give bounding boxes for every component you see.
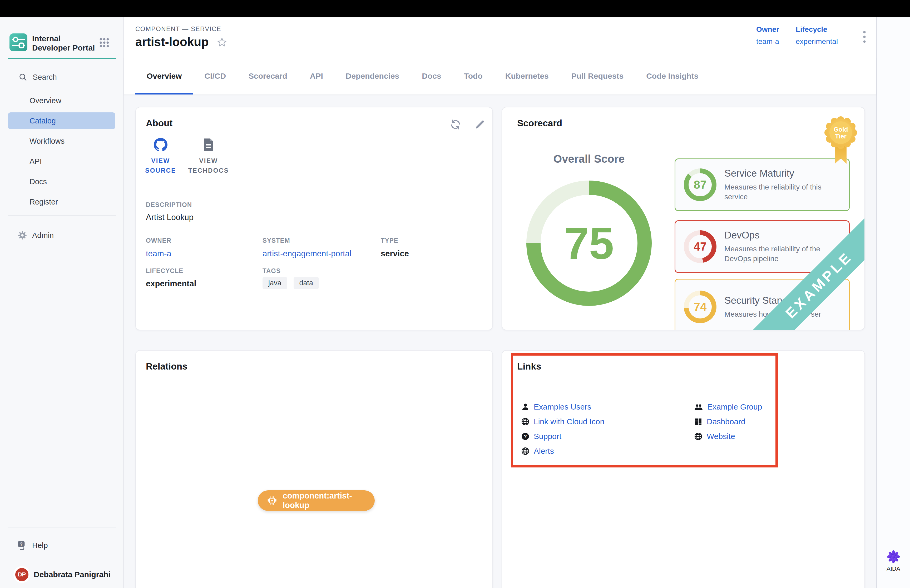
type-field-label: TYPE (381, 237, 398, 244)
view-source-link[interactable]: VIEW SOURCE (139, 138, 182, 175)
sidebar-divider-accent (8, 58, 116, 59)
metric-service-maturity[interactable]: 87 Service Maturity Measures the reliabi… (675, 158, 850, 211)
tag-chip[interactable]: data (294, 277, 319, 289)
sidebar-item-admin[interactable]: Admin (18, 229, 54, 241)
document-icon (202, 138, 215, 152)
page-title: artist-lookup (135, 35, 209, 49)
entity-header: COMPONENT — SERVICE artist-lookup Owner … (124, 17, 876, 58)
owner-meta[interactable]: Owner team-a (756, 25, 779, 46)
view-source-line1: VIEW (139, 156, 182, 166)
security-standards-gauge: 74 (684, 291, 716, 323)
search-icon (18, 73, 27, 82)
about-card: About VIEW SOURCE (135, 107, 493, 330)
sidebar-item-catalog[interactable]: Catalog (8, 112, 115, 129)
metric-name: Service Maturity (724, 168, 840, 179)
metric-description: Measures the reliability of this service (724, 182, 840, 202)
view-techdocs-link[interactable]: VIEW TECHDOCS (187, 138, 230, 175)
sliders-logo-icon (10, 34, 27, 51)
tab-cicd[interactable]: CI/CD (193, 57, 237, 94)
edit-button[interactable] (475, 119, 485, 131)
scorecard-card: Scorecard Overall Score 75 87 Service Ma… (502, 107, 865, 330)
description-value: Artist Lookup (146, 213, 194, 222)
refresh-button[interactable] (450, 119, 461, 131)
lifecycle-field-value: experimental (146, 279, 196, 289)
aida-assistant-button[interactable]: AIDA (877, 549, 910, 572)
gear-icon (18, 230, 27, 240)
help-chat-icon: ? (16, 540, 27, 551)
help-button[interactable]: ? Help (16, 539, 48, 552)
search-label: Search (33, 73, 57, 82)
more-options-button[interactable] (863, 30, 866, 45)
scorecard-title: Scorecard (517, 118, 562, 128)
tab-todo[interactable]: Todo (453, 57, 494, 94)
tab-code-insights[interactable]: Code Insights (635, 57, 710, 94)
gold-tier-badge: Gold Tier (824, 116, 857, 171)
tab-bar: Overview CI/CD Scorecard API Dependencie… (124, 57, 876, 95)
owner-label: Owner (756, 25, 779, 34)
badge-line1: Gold (834, 126, 848, 133)
tab-scorecard[interactable]: Scorecard (237, 57, 299, 94)
relations-card: Relations component:artist-lookup (135, 350, 493, 588)
view-source-line2: SOURCE (139, 166, 182, 175)
lifecycle-field-label: LIFECYCLE (146, 267, 183, 275)
tab-api[interactable]: API (299, 57, 335, 94)
security-standards-score: 74 (684, 291, 716, 323)
user-name: Debabrata Panigrahi (34, 570, 111, 579)
lifecycle-value: experimental (796, 37, 838, 46)
app-window: Internal Developer Portal Search Overvie… (0, 0, 910, 588)
help-label: Help (32, 541, 48, 550)
sidebar-item-workflows[interactable]: Workflows (0, 131, 123, 151)
devops-score: 47 (684, 230, 716, 263)
view-techdocs-line2: TECHDOCS (187, 166, 230, 175)
aida-flower-icon (886, 549, 900, 564)
entity-kind: COMPONENT — SERVICE (135, 25, 221, 32)
owner-field-label: OWNER (146, 237, 171, 244)
tab-kubernetes[interactable]: Kubernetes (494, 57, 560, 94)
highlight-annotation-box (511, 353, 778, 467)
sidebar-item-register[interactable]: Register (0, 192, 123, 212)
svg-text:?: ? (20, 542, 23, 546)
tab-overview[interactable]: Overview (135, 57, 193, 94)
chip-cpu-icon (267, 496, 277, 506)
aida-label: AIDA (877, 565, 910, 572)
relations-title: Relations (146, 361, 187, 372)
devops-gauge: 47 (684, 230, 716, 263)
metric-name: DevOps (724, 230, 840, 241)
overall-score-label: Overall Score (502, 153, 676, 165)
system-field-value[interactable]: artist-engagement-portal (262, 249, 352, 258)
owner-field-value[interactable]: team-a (146, 249, 171, 258)
overall-score-gauge: 75 (526, 181, 652, 306)
relations-entity-chip[interactable]: component:artist-lookup (258, 490, 375, 511)
badge-line2: Tier (835, 132, 847, 140)
avatar: DP (15, 568, 28, 581)
tags-row: java data (262, 277, 319, 289)
tags-field-label: TAGS (262, 267, 281, 275)
service-maturity-score: 87 (684, 168, 716, 201)
favorite-star-button[interactable] (217, 37, 228, 49)
type-field-value: service (381, 249, 409, 258)
sidebar-divider (8, 527, 116, 527)
tag-chip[interactable]: java (262, 277, 287, 289)
sidebar-item-docs[interactable]: Docs (0, 171, 123, 192)
sidebar-divider (8, 215, 116, 216)
tab-pull-requests[interactable]: Pull Requests (560, 57, 635, 94)
apps-grid-icon[interactable] (99, 37, 110, 50)
about-title: About (146, 118, 173, 128)
kebab-icon (863, 30, 866, 44)
tab-dependencies[interactable]: Dependencies (335, 57, 411, 94)
sidebar-nav: Overview Catalog Workflows API Docs Regi… (0, 90, 123, 212)
system-field-label: SYSTEM (262, 237, 290, 244)
sidebar: Internal Developer Portal Search Overvie… (0, 17, 124, 588)
sidebar-item-overview[interactable]: Overview (0, 90, 123, 111)
sidebar-item-api[interactable]: API (0, 151, 123, 171)
portal-logo[interactable] (10, 34, 27, 51)
star-icon (217, 37, 228, 48)
admin-label: Admin (32, 231, 54, 240)
portal-title: Internal Developer Portal (32, 34, 98, 52)
service-maturity-gauge: 87 (684, 168, 716, 201)
owner-value[interactable]: team-a (756, 37, 779, 46)
pencil-icon (475, 119, 485, 130)
sidebar-search[interactable]: Search (18, 73, 57, 82)
user-profile[interactable]: DP Debabrata Panigrahi (15, 568, 111, 581)
tab-docs[interactable]: Docs (411, 57, 453, 94)
